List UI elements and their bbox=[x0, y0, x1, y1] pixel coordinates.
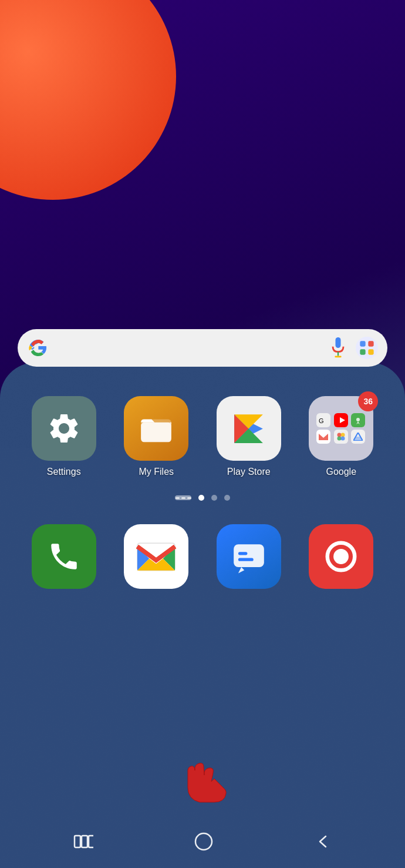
home-button[interactable] bbox=[193, 831, 214, 852]
back-button[interactable] bbox=[314, 833, 332, 850]
folder-icon-google: G bbox=[316, 413, 330, 427]
svg-rect-27 bbox=[195, 833, 212, 850]
playstore-app-label: Play Store bbox=[227, 467, 271, 477]
svg-text:G: G bbox=[319, 417, 324, 424]
page-indicator-lines bbox=[175, 495, 191, 500]
svg-point-13 bbox=[340, 433, 345, 437]
google-folder-label: Google bbox=[326, 467, 356, 477]
folder-icon-gmail bbox=[316, 430, 330, 444]
svg-rect-24 bbox=[75, 836, 80, 847]
recents-button[interactable] bbox=[73, 833, 93, 850]
screen-recorder-app[interactable] bbox=[295, 524, 388, 589]
svg-rect-19 bbox=[234, 544, 264, 567]
navigation-bar bbox=[0, 815, 405, 868]
settings-app[interactable]: Settings bbox=[18, 396, 110, 477]
svg-rect-25 bbox=[82, 836, 87, 847]
svg-rect-20 bbox=[238, 552, 248, 555]
voice-search-icon[interactable] bbox=[328, 337, 349, 358]
gmail-app-icon bbox=[124, 524, 188, 589]
myfiles-app-label: My Files bbox=[139, 467, 174, 477]
svg-point-12 bbox=[337, 433, 341, 437]
messages-app[interactable] bbox=[203, 524, 295, 589]
page-indicator-dot-2[interactable] bbox=[224, 495, 230, 501]
search-bar-container bbox=[18, 329, 387, 367]
indicator-line-3 bbox=[187, 497, 191, 499]
hand-cursor-overlay bbox=[185, 761, 232, 810]
svg-rect-26 bbox=[89, 836, 93, 847]
google-lens-icon[interactable] bbox=[356, 337, 378, 359]
google-folder-app[interactable]: G bbox=[295, 396, 388, 477]
svg-rect-4 bbox=[368, 341, 373, 346]
svg-rect-2 bbox=[335, 356, 341, 358]
page-indicators bbox=[0, 495, 405, 501]
settings-app-icon bbox=[32, 396, 96, 461]
indicator-line-2 bbox=[181, 497, 185, 499]
phone-app-icon bbox=[32, 524, 96, 589]
phone-app[interactable] bbox=[18, 524, 110, 589]
screen-recorder-app-icon bbox=[309, 524, 373, 589]
svg-rect-21 bbox=[238, 558, 254, 561]
google-logo-icon bbox=[27, 337, 49, 359]
page-indicator-dot-1[interactable] bbox=[211, 495, 217, 501]
myfiles-app[interactable]: My Files bbox=[110, 396, 203, 477]
myfiles-app-icon bbox=[124, 396, 188, 461]
svg-point-14 bbox=[337, 437, 341, 441]
svg-rect-0 bbox=[336, 337, 341, 348]
svg-rect-1 bbox=[338, 352, 339, 356]
status-bar bbox=[0, 0, 405, 24]
folder-icon-maps bbox=[351, 413, 365, 427]
folder-icon-photos bbox=[334, 430, 348, 444]
indicator-line-1 bbox=[176, 497, 180, 499]
svg-point-23 bbox=[333, 549, 349, 564]
playstore-app-icon bbox=[217, 396, 281, 461]
svg-rect-3 bbox=[360, 341, 365, 346]
folder-icon-drive bbox=[351, 430, 365, 444]
playstore-app[interactable]: Play Store bbox=[203, 396, 295, 477]
google-search-bar[interactable] bbox=[18, 329, 387, 367]
dock-apps-grid bbox=[12, 524, 393, 589]
page-indicator-active[interactable] bbox=[198, 495, 204, 501]
svg-rect-6 bbox=[368, 349, 373, 354]
settings-app-label: Settings bbox=[47, 467, 81, 477]
badge-count: 36 bbox=[358, 391, 378, 411]
svg-rect-5 bbox=[360, 349, 365, 354]
messages-app-icon bbox=[217, 524, 281, 589]
svg-point-15 bbox=[340, 437, 345, 441]
folder-icon-youtube bbox=[334, 413, 348, 427]
main-apps-grid: Settings My Files bbox=[12, 396, 393, 477]
svg-point-11 bbox=[356, 418, 360, 421]
svg-rect-8 bbox=[141, 423, 171, 443]
svg-marker-10 bbox=[340, 417, 345, 423]
screen-content: Settings My Files bbox=[0, 0, 405, 868]
folder-grid: G bbox=[316, 413, 366, 444]
gmail-app[interactable] bbox=[110, 524, 203, 589]
